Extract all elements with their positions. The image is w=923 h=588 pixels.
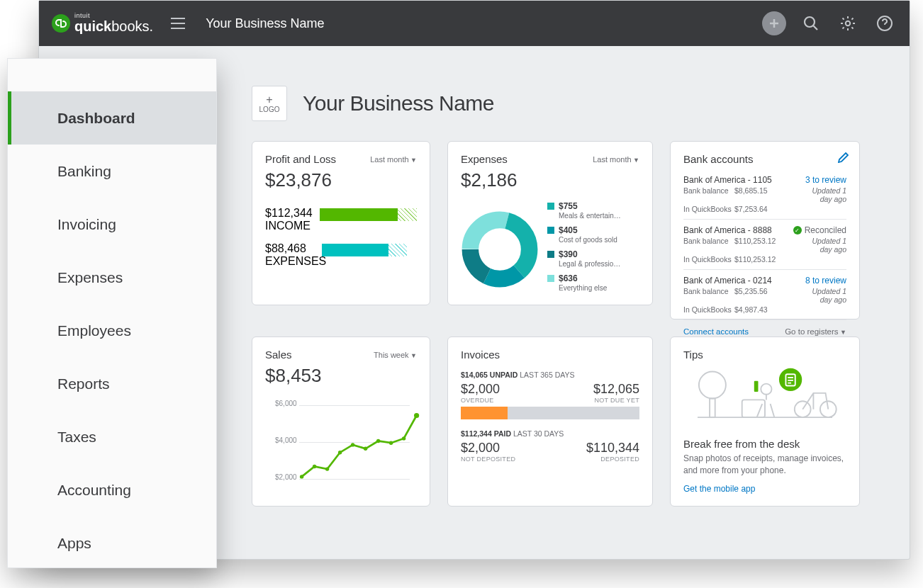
settings-button[interactable] — [836, 11, 860, 35]
profit-loss-net: $23,876 — [265, 169, 417, 191]
pl-expenses-bar — [322, 244, 407, 256]
sidebar: DashboardBankingInvoicingExpensesEmploye… — [7, 58, 217, 568]
expenses-total: $2,186 — [461, 169, 639, 191]
expense-legend-item: $390Legal & professio… — [547, 249, 639, 268]
sidebar-item-dashboard[interactable]: Dashboard — [8, 91, 216, 145]
svg-point-0 — [805, 17, 815, 27]
y-tick: $4,000 — [275, 436, 297, 444]
invoices-unpaid-subhead: $14,065 UNPAID LAST 365 DAYS — [461, 371, 639, 379]
svg-point-10 — [325, 467, 329, 470]
status-review-link[interactable]: 8 to review — [805, 276, 846, 285]
expense-legend-item: $405Cost of goods sold — [547, 225, 639, 244]
tips-link[interactable]: Get the mobile app — [683, 484, 755, 494]
sidebar-item-reports[interactable]: Reports — [8, 357, 216, 410]
tips-body: Snap photos of receipts, manage invoices… — [683, 453, 846, 477]
cards-row-1: Profit and Loss Last month $23,876 $112,… — [252, 141, 874, 320]
menu-toggle-button[interactable] — [166, 13, 190, 34]
svg-point-12 — [351, 443, 354, 446]
bank-account-row[interactable]: Bank of America - 8888✓ReconciledBank ba… — [683, 220, 846, 270]
invoices-card[interactable]: Invoices $14,065 UNPAID LAST 365 DAYS $2… — [447, 337, 653, 507]
pl-income-value: $112,344 — [265, 207, 313, 220]
expense-legend-item: $636Everything else — [547, 273, 639, 292]
color-swatch — [547, 275, 554, 282]
sales-line-chart: $6,000 $4,000 $2,000 — [265, 395, 417, 502]
search-button[interactable] — [799, 11, 823, 35]
expenses-title: Expenses — [461, 153, 508, 165]
color-swatch — [547, 203, 554, 210]
help-button[interactable] — [873, 11, 897, 35]
sales-period-select[interactable]: This week — [374, 351, 417, 359]
svg-point-14 — [376, 439, 380, 443]
check-icon: ✓ — [793, 226, 802, 234]
color-swatch — [547, 251, 554, 258]
expenses-card[interactable]: Expenses Last month $2,186 $755 — [447, 141, 653, 305]
y-tick: $2,000 — [275, 473, 297, 481]
invoices-dep-label: DEPOSITED — [600, 456, 639, 463]
invoices-notdue-value: $12,065 — [593, 382, 639, 397]
sidebar-item-invoicing[interactable]: Invoicing — [8, 198, 216, 251]
sidebar-item-apps[interactable]: Apps — [8, 516, 216, 570]
logo-box-label: LOGO — [259, 106, 280, 113]
invoices-dep-value: $110,344 — [586, 441, 639, 456]
invoices-notdep-label: NOT DEPOSITED — [461, 456, 515, 463]
expenses-period-select[interactable]: Last month — [593, 155, 639, 164]
pl-income-bar — [320, 208, 417, 221]
svg-point-13 — [364, 447, 367, 451]
sidebar-item-employees[interactable]: Employees — [8, 304, 216, 357]
sidebar-item-taxes[interactable]: Taxes — [8, 410, 216, 463]
status-review-link[interactable]: 3 to review — [805, 175, 846, 185]
profit-loss-period-select[interactable]: Last month — [370, 155, 417, 164]
svg-point-8 — [300, 475, 303, 478]
svg-point-11 — [338, 451, 342, 454]
profit-loss-title: Profit and Loss — [265, 153, 336, 165]
plus-icon: + — [266, 94, 272, 106]
pl-expenses-label: EXPENSES — [265, 255, 315, 268]
sidebar-item-accounting[interactable]: Accounting — [8, 463, 216, 516]
svg-rect-19 — [710, 399, 715, 418]
svg-rect-20 — [742, 400, 765, 417]
brand-badge — [52, 14, 70, 33]
invoices-notdue-label: NOT DUE YET — [595, 397, 639, 404]
tips-headline: Break free from the desk — [683, 438, 846, 450]
bank-accounts-card[interactable]: Bank accounts Bank of America - 11053 to… — [670, 141, 860, 320]
expenses-legend: $755Meals & entertain…$405Cost of goods … — [547, 201, 639, 298]
status-reconciled: ✓Reconciled — [793, 225, 846, 235]
invoices-overdue-label: OVERDUE — [461, 397, 494, 404]
brand-prefix: intuit — [74, 13, 153, 19]
cards-row-2: Sales This week $8,453 $6,000 $4,000 $2,… — [252, 337, 874, 507]
color-swatch — [547, 227, 554, 234]
connect-accounts-link[interactable]: Connect accounts — [683, 327, 749, 336]
profit-loss-card[interactable]: Profit and Loss Last month $23,876 $112,… — [252, 141, 430, 305]
edit-bank-accounts-button[interactable] — [838, 152, 849, 166]
tips-title: Tips — [683, 349, 703, 361]
svg-point-16 — [402, 436, 405, 440]
sales-card[interactable]: Sales This week $8,453 $6,000 $4,000 $2,… — [252, 337, 430, 507]
invoices-notdep-value: $2,000 — [461, 441, 500, 456]
bank-account-row[interactable]: Bank of America - 11053 to reviewBank ba… — [683, 169, 846, 220]
go-to-registers-select[interactable]: Go to registers — [785, 327, 846, 336]
y-tick: $6,000 — [275, 400, 297, 407]
tips-illustration — [684, 365, 846, 432]
main-content: + LOGO Your Business Name Profit and Los… — [230, 72, 895, 559]
sales-title: Sales — [265, 349, 292, 361]
quick-create-button[interactable] — [762, 11, 786, 35]
svg-point-17 — [414, 413, 419, 418]
top-bar: intuit quickbooks. Your Business Name — [39, 1, 910, 46]
svg-point-21 — [761, 384, 771, 395]
add-logo-button[interactable]: + LOGO — [252, 86, 287, 121]
svg-point-9 — [313, 465, 316, 468]
expenses-donut-chart — [461, 210, 539, 288]
sidebar-item-banking[interactable]: Banking — [8, 145, 216, 198]
svg-point-18 — [699, 372, 726, 399]
top-business-name: Your Business Name — [206, 16, 324, 31]
pl-expenses-value: $88,468 — [265, 242, 315, 255]
invoices-paid-subhead: $112,344 PAID LAST 30 DAYS — [461, 429, 639, 438]
tips-card[interactable]: Tips B — [670, 337, 860, 507]
svg-point-15 — [389, 441, 393, 445]
bank-account-row[interactable]: Bank of America - 02148 to reviewBank ba… — [683, 270, 846, 320]
sidebar-item-expenses[interactable]: Expenses — [8, 251, 216, 304]
page-title: Your Business Name — [303, 91, 494, 115]
invoices-unpaid-bar — [461, 407, 639, 419]
svg-point-1 — [846, 21, 850, 26]
svg-point-7 — [479, 229, 520, 270]
